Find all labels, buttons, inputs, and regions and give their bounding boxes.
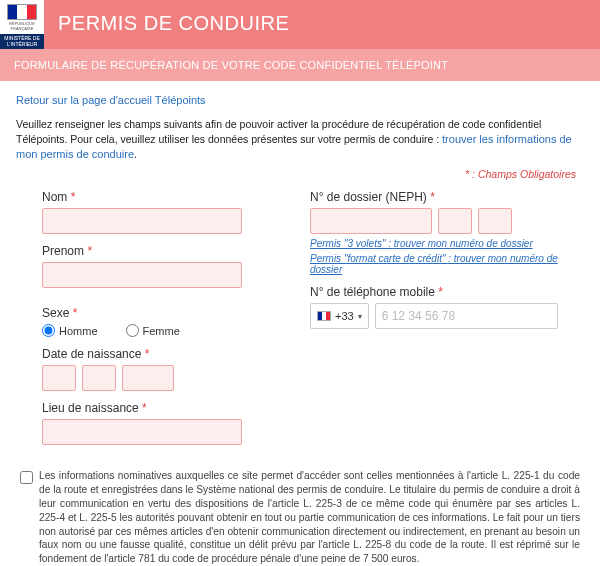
radio-homme-input[interactable]	[42, 324, 55, 337]
legal-text: Les informations nominatives auxquelles …	[39, 469, 580, 565]
nom-input[interactable]	[42, 208, 242, 234]
radio-homme[interactable]: Homme	[42, 324, 98, 337]
back-link[interactable]: Retour sur la page d'accueil Télépoints	[16, 94, 206, 106]
right-column: N° de dossier (NEPH) * Permis "3 volets"…	[310, 190, 558, 455]
lieu-input[interactable]	[42, 419, 242, 445]
dossier-3volets-link[interactable]: Permis "3 volets" : trouver mon numéro d…	[310, 238, 558, 249]
phone-code-value: +33	[335, 310, 354, 322]
required-note: * : Champs Obligatoires	[16, 168, 576, 180]
legal-checkbox[interactable]	[20, 471, 33, 484]
flag-icon	[7, 4, 37, 20]
neph-input-3[interactable]	[478, 208, 512, 234]
lieu-label: Lieu de naissance *	[42, 401, 290, 415]
phone-country-selector[interactable]: +33 ▾	[310, 303, 369, 329]
neph-input-2[interactable]	[438, 208, 472, 234]
content-area: Retour sur la page d'accueil Télépoints …	[0, 81, 600, 566]
header-bar: RÉPUBLIQUE FRANÇAISE MINISTÈRE DE L'INTÉ…	[0, 0, 600, 49]
dob-day-input[interactable]	[42, 365, 76, 391]
form-area: Nom * Prenom * Sexe * Homme Femme Date d…	[16, 190, 584, 455]
neph-input-1[interactable]	[310, 208, 432, 234]
phone-label: N° de téléphone mobile *	[310, 285, 558, 299]
sexe-label: Sexe *	[42, 306, 290, 320]
radio-femme[interactable]: Femme	[126, 324, 180, 337]
legal-consent: Les informations nominatives auxquelles …	[20, 469, 580, 565]
radio-femme-input[interactable]	[126, 324, 139, 337]
logo-subtext: RÉPUBLIQUE FRANÇAISE	[0, 21, 44, 31]
flag-icon	[317, 311, 331, 321]
nom-label: Nom *	[42, 190, 290, 204]
phone-input[interactable]	[375, 303, 558, 329]
page-subtitle: FORMULAIRE DE RÉCUPÉRATION DE VOTRE CODE…	[0, 49, 600, 81]
dob-label: Date de naissance *	[42, 347, 290, 361]
neph-label: N° de dossier (NEPH) *	[310, 190, 558, 204]
left-column: Nom * Prenom * Sexe * Homme Femme Date d…	[42, 190, 290, 455]
chevron-down-icon: ▾	[358, 312, 362, 321]
intro-text: Veuillez renseigner les champs suivants …	[16, 117, 584, 162]
prenom-label: Prenom *	[42, 244, 290, 258]
dossier-carte-link[interactable]: Permis "format carte de crédit" : trouve…	[310, 253, 558, 275]
dob-year-input[interactable]	[122, 365, 174, 391]
page-title: PERMIS DE CONDUIRE	[44, 0, 600, 49]
dob-month-input[interactable]	[82, 365, 116, 391]
logo-block: RÉPUBLIQUE FRANÇAISE MINISTÈRE DE L'INTÉ…	[0, 0, 44, 49]
ministry-label: MINISTÈRE DE L'INTÉRIEUR	[0, 34, 44, 49]
prenom-input[interactable]	[42, 262, 242, 288]
